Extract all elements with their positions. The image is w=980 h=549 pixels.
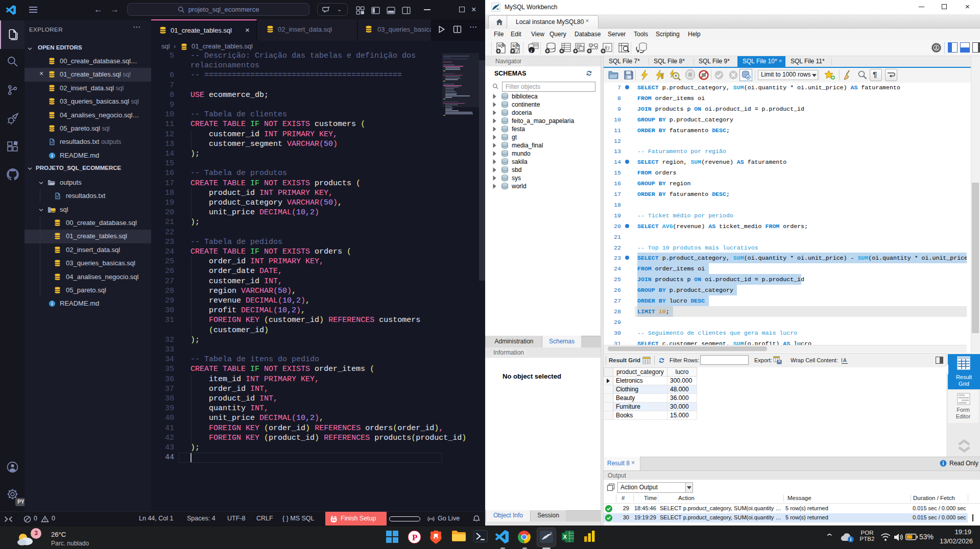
svg-text:SQL: SQL (512, 44, 519, 48)
svg-text:A: A (843, 358, 847, 363)
svg-text:X: X (563, 534, 567, 540)
svg-text:P: P (412, 533, 417, 542)
svg-text:f(): f() (605, 45, 610, 51)
svg-text:I: I (841, 358, 843, 363)
svg-text:SQL: SQL (498, 44, 505, 48)
